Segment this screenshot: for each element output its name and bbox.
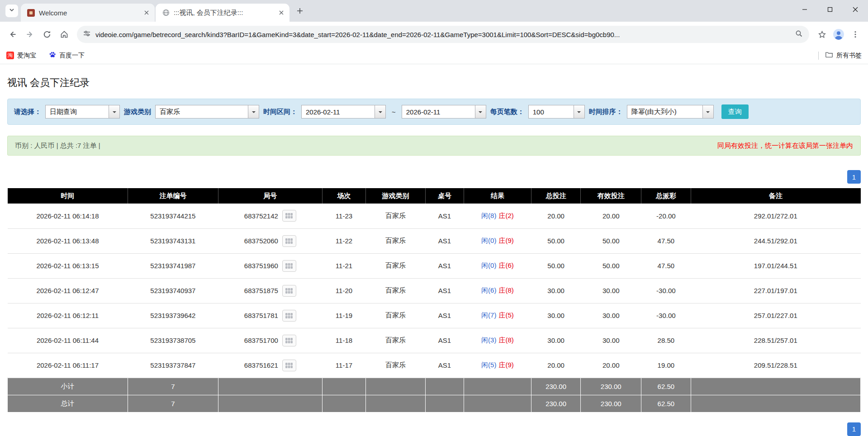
bookmark-label: 爱淘宝 bbox=[17, 52, 36, 60]
cell-total-bet[interactable]: 50.00 bbox=[531, 253, 580, 278]
table-row: 2026-02-11 06:11:17 523193737847 6837516… bbox=[8, 353, 861, 378]
page-number-button[interactable]: 1 bbox=[847, 422, 861, 436]
cell-bet-id: 523193739642 bbox=[128, 303, 218, 328]
cell-total-bet[interactable]: 20.00 bbox=[531, 204, 580, 228]
cell-total-bet[interactable]: 30.00 bbox=[531, 303, 580, 328]
cell-note: 209.51/228.51 bbox=[691, 353, 860, 378]
col-header-valid-bet: 有效投注 bbox=[581, 188, 641, 204]
footer-cell-empty bbox=[218, 395, 322, 412]
time-sort-value: 降幂(由大到小) bbox=[627, 105, 702, 118]
all-bookmarks-button[interactable]: 所有书签 bbox=[825, 51, 862, 60]
round-result-icon[interactable] bbox=[282, 260, 296, 272]
subtotal-count: 7 bbox=[128, 378, 218, 395]
cell-total-bet[interactable]: 30.00 bbox=[531, 278, 580, 303]
cell-time: 2026-02-11 06:12:47 bbox=[8, 278, 128, 303]
result-player-text: 闲(5) bbox=[481, 361, 496, 369]
round-result-icon[interactable] bbox=[282, 335, 296, 346]
query-type-select[interactable]: 日期查询 bbox=[45, 105, 120, 118]
bookmark-aitaobao[interactable]: 淘 爱淘宝 bbox=[6, 52, 36, 60]
zoom-icon[interactable] bbox=[795, 30, 803, 39]
cell-result: 闲(0)庄(6) bbox=[464, 253, 531, 278]
table-row: 2026-02-11 06:12:47 523193740937 6837518… bbox=[8, 278, 861, 303]
date-end-select[interactable]: 2026-02-11 bbox=[402, 105, 486, 118]
cell-result: 闲(5)庄(9) bbox=[464, 353, 531, 378]
cell-payout: -20.00 bbox=[641, 204, 691, 228]
result-player-text: 闲(7) bbox=[481, 311, 496, 319]
round-result-icon[interactable] bbox=[282, 310, 296, 322]
bookmark-baidu[interactable]: 百度一下 bbox=[49, 51, 85, 60]
col-header-result: 结果 bbox=[464, 188, 531, 204]
cell-bet-id: 523193740937 bbox=[128, 278, 218, 303]
subtotal-valid-bet: 230.00 bbox=[581, 378, 641, 395]
minimize-button[interactable] bbox=[792, 0, 817, 19]
tab-search-button[interactable] bbox=[5, 5, 18, 17]
tab-close-icon[interactable] bbox=[142, 8, 151, 17]
footer-cell-empty bbox=[366, 395, 426, 412]
close-button[interactable] bbox=[843, 0, 868, 19]
refresh-button[interactable] bbox=[39, 26, 55, 43]
cell-round-id: 683752060 bbox=[218, 228, 322, 253]
page-number-button[interactable]: 1 bbox=[847, 170, 861, 184]
total-total-bet: 230.00 bbox=[531, 395, 580, 412]
table-row: 2026-02-11 06:13:15 523193741987 6837519… bbox=[8, 253, 861, 278]
chevron-down-icon[interactable] bbox=[375, 105, 385, 118]
cell-bet-id: 523193738705 bbox=[128, 328, 218, 353]
back-button[interactable] bbox=[5, 26, 21, 43]
baidu-paw-icon bbox=[49, 51, 56, 60]
cell-total-bet[interactable]: 20.00 bbox=[531, 353, 580, 378]
browser-tab-welcome[interactable]: Welcome bbox=[21, 4, 155, 22]
cell-session: 11-20 bbox=[322, 278, 365, 303]
col-header-round-id: 局号 bbox=[218, 188, 322, 204]
profile-avatar[interactable] bbox=[831, 27, 846, 42]
search-button[interactable]: 查询 bbox=[721, 104, 749, 119]
tab-title: :::视讯, 会员下注纪录::: bbox=[174, 9, 273, 17]
game-kind-select[interactable]: 百家乐 bbox=[155, 105, 259, 118]
cell-table-no: AS1 bbox=[426, 278, 464, 303]
site-settings-icon[interactable] bbox=[83, 30, 90, 39]
footer-cell-empty bbox=[218, 378, 322, 395]
cell-valid-bet: 30.00 bbox=[581, 278, 641, 303]
chevron-down-icon[interactable] bbox=[248, 105, 259, 118]
round-result-icon[interactable] bbox=[282, 285, 296, 297]
browser-tab-betrecord[interactable]: :::视讯, 会员下注纪录::: bbox=[156, 4, 289, 22]
time-sort-select[interactable]: 降幂(由大到小) bbox=[627, 105, 714, 118]
round-id-text: 683751700 bbox=[244, 336, 278, 344]
round-id-text: 683751875 bbox=[244, 287, 278, 294]
url-bar[interactable]: videoie.com/game/betrecord_search/kind3?… bbox=[77, 26, 809, 43]
chevron-down-icon[interactable] bbox=[109, 105, 119, 118]
chevron-down-icon[interactable] bbox=[574, 105, 584, 118]
cell-total-bet[interactable]: 50.00 bbox=[531, 228, 580, 253]
page-title: 视讯 会员下注纪录 bbox=[7, 76, 861, 90]
round-result-icon[interactable] bbox=[282, 235, 296, 247]
date-start-select[interactable]: 2026-02-11 bbox=[301, 105, 386, 118]
round-result-icon[interactable] bbox=[282, 360, 296, 371]
cell-bet-id: 523193743131 bbox=[128, 228, 218, 253]
cell-result: 闲(6)庄(8) bbox=[464, 278, 531, 303]
tab-close-icon[interactable] bbox=[277, 8, 286, 17]
result-banker-text: 庄(2) bbox=[498, 212, 513, 219]
chevron-down-icon[interactable] bbox=[702, 105, 713, 118]
url-text[interactable]: videoie.com/game/betrecord_search/kind3?… bbox=[95, 31, 790, 38]
home-button[interactable] bbox=[56, 26, 72, 43]
browser-menu-icon[interactable] bbox=[847, 26, 863, 43]
col-header-note: 备注 bbox=[691, 188, 860, 204]
chevron-down-icon[interactable] bbox=[475, 105, 486, 118]
cell-time: 2026-02-11 06:13:15 bbox=[8, 253, 128, 278]
pagination-bottom: 1 bbox=[7, 422, 861, 436]
cell-round-id: 683751621 bbox=[218, 353, 322, 378]
cell-total-bet[interactable]: 30.00 bbox=[531, 328, 580, 353]
cell-result: 闲(0)庄(9) bbox=[464, 228, 531, 253]
cell-game-kind: 百家乐 bbox=[366, 253, 426, 278]
footer-cell-empty bbox=[691, 378, 860, 395]
cell-game-kind: 百家乐 bbox=[366, 278, 426, 303]
cell-game-kind: 百家乐 bbox=[366, 228, 426, 253]
new-tab-button[interactable] bbox=[293, 4, 307, 18]
round-result-icon[interactable] bbox=[282, 210, 296, 222]
cell-table-no: AS1 bbox=[426, 204, 464, 228]
per-page-select[interactable]: 100 bbox=[528, 105, 585, 118]
maximize-button[interactable] bbox=[817, 0, 843, 19]
all-bookmarks-label: 所有书签 bbox=[836, 52, 862, 60]
bookmark-star-icon[interactable] bbox=[814, 26, 830, 43]
forward-button[interactable] bbox=[22, 26, 38, 43]
total-count: 7 bbox=[128, 395, 218, 412]
